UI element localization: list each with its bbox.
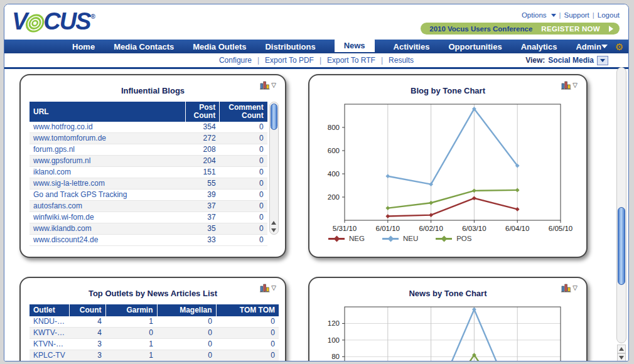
subnav-link-results[interactable]: Results: [389, 56, 414, 65]
subnav-link-export-to-rtf[interactable]: Export To RTF: [327, 56, 375, 65]
svg-text:5/31/10: 5/31/10: [333, 225, 357, 232]
legend-diamond-icon: [334, 235, 340, 242]
tab-news[interactable]: News: [335, 36, 375, 52]
blog-by-tone-chart: 2004006008005/31/106/01/106/02/106/03/10…: [309, 98, 586, 233]
legend-label: NEU: [403, 235, 418, 242]
nav-item-home[interactable]: Home: [72, 42, 95, 51]
svg-text:6/01/10: 6/01/10: [376, 225, 400, 232]
row-link[interactable]: www.sig-la-lettre.com: [30, 178, 186, 190]
row-link[interactable]: forum.gps.nl: [30, 144, 186, 156]
panel-menu-button[interactable]: ▽: [561, 81, 578, 90]
nav-item-media-contacts[interactable]: Media Contacts: [114, 42, 174, 51]
scrollbar-thumb[interactable]: [271, 104, 277, 130]
nav-item-activities[interactable]: Activities: [394, 42, 430, 51]
row-value: 0: [157, 350, 216, 361]
table-row: www.discount24.de330: [30, 235, 267, 246]
row-value: 354: [186, 122, 220, 133]
column-header-tom-tom[interactable]: TOM TOM: [216, 304, 279, 316]
bar-chart-icon: [259, 81, 271, 90]
row-link[interactable]: autosfans.com: [30, 201, 186, 212]
scroll-down-button[interactable]: [617, 353, 626, 361]
row-value: 37: [186, 201, 220, 212]
row-value: 0: [216, 350, 279, 361]
top-link-logout[interactable]: Logout: [598, 11, 620, 19]
panel-menu-button[interactable]: ▽: [561, 284, 578, 292]
row-value: 0: [157, 339, 216, 350]
row-link[interactable]: www.discount24.de: [30, 235, 186, 246]
panel-menu-button[interactable]: ▽: [259, 81, 276, 90]
subnav-link-export-to-pdf[interactable]: Export To PDF: [265, 56, 314, 65]
table-row: KTVN-TV3100: [30, 339, 279, 350]
row-value: 37: [186, 212, 220, 223]
row-link[interactable]: KTVN-TV: [30, 339, 69, 350]
column-header-comment-count[interactable]: Comment Count: [220, 102, 267, 122]
nav-item-opportunities[interactable]: Opportunities: [448, 42, 502, 51]
row-link[interactable]: www.tomtomforum.de: [30, 133, 186, 144]
row-link[interactable]: www.hotfrog.co.id: [30, 122, 186, 133]
column-header-post-count[interactable]: Post Count: [186, 102, 220, 122]
column-header-url[interactable]: URL: [30, 102, 186, 122]
news-by-tone-panel: ▽ News by Tone Chart 204060801001205/31/…: [308, 277, 588, 361]
conference-banner[interactable]: 2010 Vocus Users Conference REGISTER NOW: [421, 23, 620, 35]
row-link[interactable]: KPLC-TV: [30, 350, 69, 361]
view-selector: View: Social Media: [525, 53, 608, 67]
nav-item-admin[interactable]: Admin: [576, 42, 601, 51]
nav-item-analytics[interactable]: Analytics: [521, 42, 557, 51]
top-header: V CUS ® Options|Support|Logout 2010 Vocu…: [4, 4, 628, 40]
vocus-logo[interactable]: V CUS ®: [12, 8, 94, 35]
row-value: 0: [220, 167, 267, 178]
row-link[interactable]: www.gpsforum.nl: [30, 156, 186, 167]
scrollbar-thumb[interactable]: [618, 207, 625, 285]
scrollbar-track[interactable]: [616, 67, 626, 343]
chevron-down-icon[interactable]: [601, 45, 608, 48]
row-link[interactable]: Go and Track GPS Tracking: [30, 190, 186, 201]
column-header-magellan[interactable]: Magellan: [157, 304, 216, 316]
legend-line-marker-icon: [436, 238, 452, 240]
chevron-down-icon: ▽: [271, 285, 276, 291]
nav-right-controls: ⚙: [601, 42, 629, 51]
row-value: 0: [220, 235, 267, 246]
row-value: 0: [216, 328, 279, 339]
view-dropdown-button[interactable]: [597, 56, 608, 65]
column-header-outlet[interactable]: Outlet: [30, 304, 69, 316]
arrow-down-icon[interactable]: [271, 228, 276, 232]
row-value: 0: [220, 144, 267, 156]
row-link[interactable]: KNDU-TV: [30, 316, 69, 328]
row-link[interactable]: KWTV-TV: [30, 328, 69, 339]
legend-line-marker-icon: [382, 238, 399, 240]
top-link-support[interactable]: Support: [564, 11, 589, 19]
row-value: 55: [186, 178, 220, 190]
top-link-options[interactable]: Options: [522, 11, 547, 19]
table-row: forum.gps.nl2080: [30, 144, 267, 156]
nav-item-media-outlets[interactable]: Media Outlets: [193, 42, 246, 51]
separator: |: [320, 56, 321, 65]
subnav-link-configure[interactable]: Configure: [219, 56, 252, 65]
row-link[interactable]: winfwiki.wi-fom.de: [30, 212, 186, 223]
column-header-count[interactable]: Count: [69, 304, 105, 316]
row-value: 4: [69, 316, 105, 328]
arrow-up-icon[interactable]: [271, 221, 276, 225]
page-scrollbar[interactable]: [616, 67, 626, 361]
gear-icon[interactable]: ⚙: [615, 42, 623, 51]
row-value: 0: [157, 316, 216, 328]
chart-legend: NEGNEUPOS: [328, 235, 586, 242]
row-link[interactable]: www.iklandb.com: [30, 223, 186, 235]
nav-item-distributions[interactable]: Distributions: [265, 42, 315, 51]
row-value: 39: [186, 190, 220, 201]
register-now-button[interactable]: REGISTER NOW: [541, 25, 600, 33]
app-window: V CUS ® Options|Support|Logout 2010 Vocu…: [4, 4, 629, 361]
table-scrollbar[interactable]: [269, 102, 279, 235]
main-nav: HomeMedia ContactsMedia OutletsDistribut…: [4, 40, 628, 53]
panel-menu-button[interactable]: ▽: [259, 284, 276, 292]
column-header-garmin[interactable]: Garmin: [105, 304, 157, 316]
news-by-tone-chart: 204060801001205/31/106/01/106/02/106/03/…: [309, 301, 586, 361]
legend-line-marker-icon: [328, 238, 345, 240]
scroll-up-button[interactable]: [617, 345, 626, 353]
influential-blogs-table: URLPost CountComment Countwww.hotfrog.co…: [30, 102, 267, 246]
row-value: 0: [220, 201, 267, 212]
legend-item-neu: NEU: [382, 235, 418, 242]
row-link[interactable]: iklanol.com: [30, 167, 186, 178]
svg-text:100: 100: [328, 336, 340, 344]
svg-text:6/03/10: 6/03/10: [462, 225, 486, 232]
svg-text:800: 800: [328, 124, 340, 131]
